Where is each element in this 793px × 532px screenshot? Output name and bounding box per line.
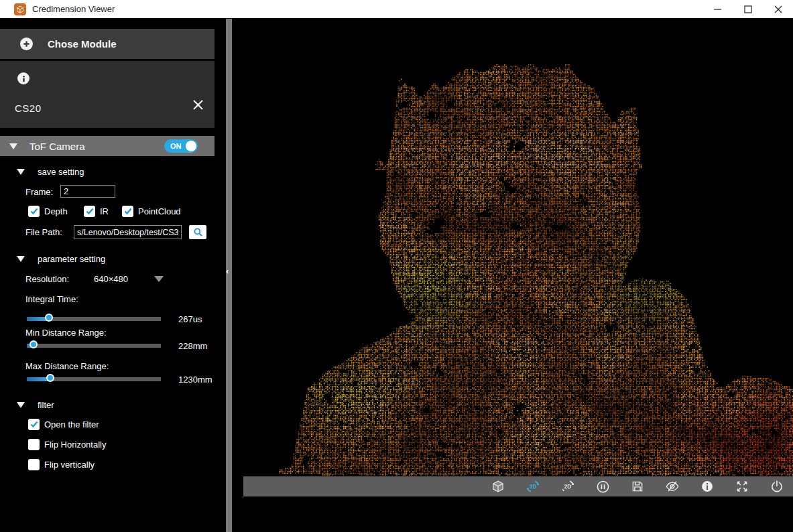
checkbox-label: IR: [100, 206, 109, 216]
checkbox-box[interactable]: [84, 206, 95, 217]
collapse-triangle-icon[interactable]: [9, 143, 17, 149]
min-distance-value: 228mm: [178, 341, 207, 351]
ir-checkbox[interactable]: IR: [84, 206, 109, 217]
toggle-knob: [186, 141, 196, 151]
collapse-triangle-icon[interactable]: [17, 402, 25, 408]
parameter-setting-label: parameter setting: [38, 254, 105, 264]
slider-knob[interactable]: [46, 374, 54, 382]
integral-time-slider[interactable]: [27, 314, 161, 324]
eye-hidden-icon: [665, 479, 680, 494]
parameter-setting-section[interactable]: parameter setting: [17, 254, 105, 264]
power-icon: [770, 480, 784, 493]
rotate-3d-icon: 3D: [526, 479, 540, 494]
app-logo-icon: [14, 3, 26, 15]
svg-text:3D: 3D: [530, 484, 537, 490]
flip-horizontal-checkbox[interactable]: Flip Horizontally: [28, 439, 106, 450]
collapse-triangle-icon[interactable]: [17, 169, 25, 175]
checkbox-box[interactable]: [28, 439, 40, 450]
window-title: Credimension Viewer: [32, 4, 115, 14]
rotate-3d-button[interactable]: 3D: [526, 479, 540, 494]
choose-module-header[interactable]: Chose Module: [0, 29, 215, 59]
checkbox-box[interactable]: [28, 206, 40, 217]
collapse-chevron-icon[interactable]: ‹: [226, 267, 229, 276]
collapse-triangle-icon[interactable]: [17, 256, 25, 262]
integral-time-value: 267us: [178, 314, 202, 324]
info-icon: [700, 480, 714, 493]
power-button[interactable]: [770, 479, 784, 494]
info-button[interactable]: [700, 479, 715, 494]
rotate-2d-icon: 2D: [560, 479, 575, 494]
module-name: CS20: [15, 103, 42, 114]
pointcloud-checkbox[interactable]: PointCloud: [122, 206, 181, 217]
module-card[interactable]: CS20: [0, 61, 215, 128]
filter-label: filter: [38, 400, 54, 410]
checkbox-label: Open the filter: [44, 419, 99, 429]
save-icon: [631, 480, 644, 493]
integral-time-label: Integral Time:: [25, 294, 78, 304]
eye-hidden-button[interactable]: [665, 479, 680, 494]
sidebar: Chose Module CS20 ToF Camera ON save set…: [0, 19, 226, 532]
app-window: Credimension Viewer Chose Module CS2: [0, 0, 793, 532]
fullscreen-icon: [735, 480, 749, 493]
tof-camera-label: ToF Camera: [29, 141, 85, 152]
tof-camera-toggle[interactable]: ON: [164, 139, 198, 153]
tof-camera-header[interactable]: ToF Camera ON: [0, 136, 215, 156]
rotate-2d-button[interactable]: 2D: [560, 479, 575, 494]
module-info-icon[interactable]: [17, 72, 29, 84]
frame-input[interactable]: [60, 185, 115, 198]
checkbox-label: Depth: [44, 206, 68, 216]
max-distance-slider[interactable]: [27, 374, 161, 385]
minimize-button[interactable]: [703, 0, 733, 19]
titlebar: Credimension Viewer: [0, 0, 793, 19]
flip-vertical-checkbox[interactable]: Flip vertically: [28, 459, 95, 470]
min-distance-label: Min Distance Range:: [25, 328, 107, 338]
save-setting-label: save setting: [38, 167, 84, 177]
min-distance-slider[interactable]: [27, 340, 161, 351]
checkbox-label: Flip vertically: [44, 460, 95, 470]
checkbox-label: PointCloud: [138, 206, 181, 216]
browse-path-button[interactable]: [189, 225, 206, 239]
slider-knob[interactable]: [45, 314, 53, 322]
search-icon: [193, 227, 203, 237]
panel-divider[interactable]: ‹: [226, 19, 232, 532]
point-cloud-canvas[interactable]: [232, 19, 793, 532]
frame-label: Frame:: [25, 187, 53, 197]
checkbox-label: Flip Horizontally: [44, 440, 106, 450]
resolution-dropdown-icon[interactable]: [154, 276, 164, 282]
pause-button[interactable]: [595, 479, 610, 494]
filter-section[interactable]: filter: [17, 400, 54, 410]
checkbox-box[interactable]: [28, 419, 40, 430]
maximize-button[interactable]: [733, 0, 763, 19]
slider-track[interactable]: [27, 344, 161, 348]
choose-module-label: Chose Module: [48, 38, 117, 50]
window-controls: [703, 0, 793, 19]
open-filter-checkbox[interactable]: Open the filter: [28, 419, 99, 430]
module-close-icon[interactable]: [191, 98, 204, 111]
checkbox-box[interactable]: [28, 459, 40, 470]
add-module-icon[interactable]: [20, 38, 33, 50]
cube-view-button[interactable]: [491, 479, 505, 494]
fullscreen-button[interactable]: [735, 479, 749, 494]
svg-text:2D: 2D: [564, 484, 572, 490]
save-setting-section[interactable]: save setting: [17, 167, 84, 177]
close-button[interactable]: [763, 0, 793, 19]
resolution-label: Resolution:: [25, 274, 69, 284]
file-path-label: File Path:: [25, 227, 62, 237]
checkbox-box[interactable]: [122, 206, 133, 217]
pause-icon: [596, 480, 610, 494]
max-distance-value: 1230mm: [178, 375, 212, 385]
file-path-input[interactable]: [74, 225, 182, 239]
viewport-3d[interactable]: 3D 2D: [232, 19, 793, 532]
toggle-on-label: ON: [170, 142, 182, 150]
viewport-toolbar: 3D 2D: [243, 476, 793, 496]
depth-checkbox[interactable]: Depth: [28, 206, 68, 217]
save-button[interactable]: [630, 479, 645, 494]
max-distance-label: Max Distance Range:: [25, 361, 109, 371]
slider-knob[interactable]: [29, 340, 38, 348]
cube-icon: [491, 480, 505, 493]
resolution-value[interactable]: 640×480: [94, 274, 128, 284]
